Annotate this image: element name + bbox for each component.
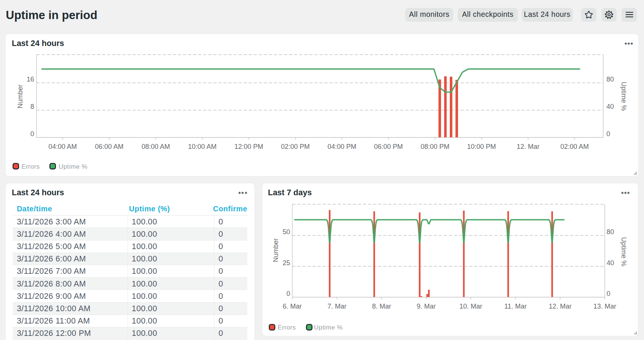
svg-text:10. Mar: 10. Mar <box>459 303 482 310</box>
svg-text:80: 80 <box>607 228 614 236</box>
svg-text:16: 16 <box>27 76 34 83</box>
svg-text:6. Mar: 6. Mar <box>283 303 302 310</box>
svg-text:04:00 AM: 04:00 AM <box>48 143 77 150</box>
svg-text:10:00 AM: 10:00 AM <box>188 143 217 150</box>
svg-text:Number: Number <box>16 85 24 108</box>
svg-text:Errors: Errors <box>278 324 296 331</box>
svg-text:40: 40 <box>607 259 614 267</box>
svg-text:08:00 AM: 08:00 AM <box>141 143 170 150</box>
svg-text:13. Mar: 13. Mar <box>593 303 616 310</box>
svg-text:40: 40 <box>607 103 614 110</box>
svg-text:02:00 PM: 02:00 PM <box>281 143 310 150</box>
svg-text:50: 50 <box>283 228 290 236</box>
svg-text:8. Mar: 8. Mar <box>372 303 391 310</box>
svg-text:12. Mar: 12. Mar <box>517 143 540 150</box>
svg-text:02:00 AM: 02:00 AM <box>561 143 589 150</box>
svg-text:Errors: Errors <box>22 163 40 170</box>
svg-text:80: 80 <box>607 76 614 83</box>
svg-text:06:00 AM: 06:00 AM <box>95 143 123 150</box>
svg-text:08:00 PM: 08:00 PM <box>421 143 449 150</box>
svg-text:Uptime %: Uptime % <box>620 237 628 266</box>
svg-text:10:00 PM: 10:00 PM <box>467 143 496 150</box>
svg-text:0: 0 <box>607 290 610 297</box>
svg-text:25: 25 <box>283 259 290 267</box>
svg-text:7. Mar: 7. Mar <box>327 303 346 310</box>
svg-text:8: 8 <box>30 103 34 110</box>
svg-text:Number: Number <box>272 238 280 262</box>
svg-text:12. Mar: 12. Mar <box>549 303 571 310</box>
svg-text:Uptime %: Uptime % <box>620 82 628 111</box>
svg-text:12:00 PM: 12:00 PM <box>234 143 263 150</box>
svg-text:06:00 PM: 06:00 PM <box>374 143 403 150</box>
svg-text:11. Mar: 11. Mar <box>504 303 527 310</box>
svg-text:0: 0 <box>607 130 610 138</box>
svg-text:0: 0 <box>30 130 34 138</box>
svg-text:Uptime %: Uptime % <box>59 163 88 170</box>
svg-text:9. Mar: 9. Mar <box>416 303 436 310</box>
svg-text:0: 0 <box>286 290 290 297</box>
svg-text:04:00 PM: 04:00 PM <box>327 143 356 150</box>
svg-text:Uptime %: Uptime % <box>314 324 343 331</box>
